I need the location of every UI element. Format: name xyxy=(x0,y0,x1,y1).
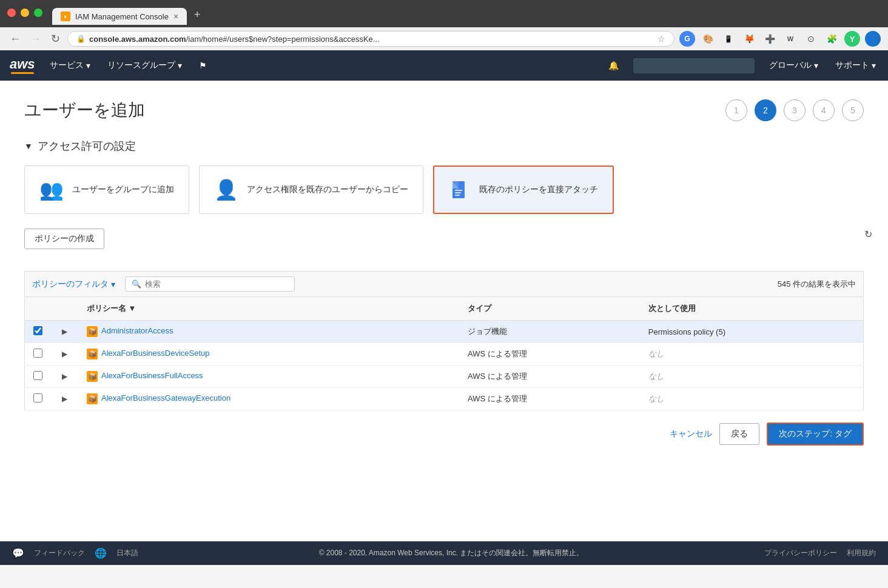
copy-from-user-card[interactable]: 👤 アクセス権限を既存のユーザーからコピー xyxy=(199,165,423,214)
bookmark-icon[interactable]: ☆ xyxy=(658,34,665,44)
section-arrow[interactable]: ▼ xyxy=(24,141,33,151)
policy-name-link[interactable]: AlexaForBusinessFullAccess xyxy=(101,371,203,380)
row-checkbox-cell[interactable] xyxy=(25,366,52,388)
table-row: ▶📦AlexaForBusinessDeviceSetupAWS による管理なし xyxy=(25,343,864,366)
svg-rect-6 xyxy=(455,190,462,191)
resources-menu[interactable]: リソースグループ ▾ xyxy=(105,60,184,71)
tab-title: IAM Management Console xyxy=(75,12,169,21)
traffic-light-yellow[interactable] xyxy=(21,8,29,17)
row-expand-cell[interactable]: ▶ xyxy=(51,343,78,366)
profile-icon[interactable]: 👤 xyxy=(865,31,881,47)
browser-tab[interactable]: k IAM Management Console × xyxy=(52,8,187,25)
row-type-cell: AWS による管理 xyxy=(459,366,640,388)
filter-search-box[interactable]: 🔍 xyxy=(125,276,295,292)
attach-policy-card[interactable]: 既存のポリシーを直接アタッチ xyxy=(433,165,614,214)
global-chevron: ▾ xyxy=(814,61,818,70)
policy-package-icon: 📦 xyxy=(87,349,98,359)
extensions-icon-5[interactable]: ➕ xyxy=(762,31,778,47)
row-type-cell: ジョブ機能 xyxy=(459,321,640,343)
new-tab-button[interactable]: + xyxy=(188,5,207,25)
row-checkbox[interactable] xyxy=(33,393,42,403)
search-icon: 🔍 xyxy=(132,279,141,289)
row-used-as-cell: Permissions policy (5) xyxy=(640,321,864,343)
expand-button[interactable]: ▶ xyxy=(59,371,70,382)
services-menu[interactable]: サービス ▾ xyxy=(47,60,93,71)
attach-policy-label: 既存のポリシーを直接アタッチ xyxy=(479,184,598,195)
row-checkbox[interactable] xyxy=(33,371,42,380)
step-5: 5 xyxy=(842,99,864,121)
aws-topnav: aws サービス ▾ リソースグループ ▾ ⚑ 🔔 グローバル ▾ サポート ▾ xyxy=(0,50,888,81)
row-checkbox-cell[interactable] xyxy=(25,388,52,410)
terms-link[interactable]: 利用規約 xyxy=(847,548,876,558)
lock-icon: 🔒 xyxy=(76,35,86,43)
aws-logo[interactable]: aws xyxy=(10,58,35,74)
back-button[interactable]: ← xyxy=(7,32,23,47)
support-menu[interactable]: サポート ▾ xyxy=(833,60,878,71)
extensions-icon-8[interactable]: 🧩 xyxy=(824,31,839,47)
policy-name-link[interactable]: AlexaForBusinessDeviceSetup xyxy=(101,349,209,358)
row-checkbox[interactable] xyxy=(33,326,42,335)
privacy-link[interactable]: プライバシーポリシー xyxy=(764,548,837,558)
copyright-text: © 2008 - 2020, Amazon Web Services, Inc.… xyxy=(319,549,584,557)
back-button-footer[interactable]: 戻る xyxy=(719,423,759,445)
address-bar[interactable]: 🔒 console.aws.amazon.com/iam/home#/users… xyxy=(67,31,674,47)
extensions-icon-7[interactable]: ⊙ xyxy=(803,31,819,47)
filter-dropdown[interactable]: ポリシーのフィルタ ▾ xyxy=(32,279,115,290)
tab-close-button[interactable]: × xyxy=(173,12,178,21)
policy-name-link[interactable]: AdministratorAccess xyxy=(101,326,173,335)
extensions-icon-4[interactable]: 🦊 xyxy=(741,31,757,47)
traffic-light-red[interactable] xyxy=(7,8,16,17)
row-checkbox-cell[interactable] xyxy=(25,321,52,343)
add-to-group-card[interactable]: 👥 ユーザーをグループに追加 xyxy=(24,165,189,214)
refresh-button[interactable]: ↻ xyxy=(49,31,62,47)
copy-from-user-label: アクセス権限を既存のユーザーからコピー xyxy=(247,184,408,195)
bell-icon[interactable]: 🔔 xyxy=(606,61,621,70)
user-copy-icon: 👤 xyxy=(214,178,238,201)
expand-button[interactable]: ▶ xyxy=(59,326,70,337)
col-checkbox xyxy=(25,297,52,321)
extensions-icon-1[interactable]: G xyxy=(679,31,695,47)
search-input[interactable] xyxy=(145,279,288,289)
add-to-group-label: ユーザーをグループに追加 xyxy=(72,184,174,195)
extensions-icon-2[interactable]: 🎨 xyxy=(700,31,716,47)
policy-package-icon: 📦 xyxy=(87,371,98,382)
col-policy-name[interactable]: ポリシー名 ▼ xyxy=(78,297,459,321)
user-avatar[interactable]: Y xyxy=(844,31,860,47)
table-row: ▶📦AdministratorAccessジョブ機能Permissions po… xyxy=(25,321,864,343)
svg-rect-7 xyxy=(455,192,461,193)
bookmarks-icon[interactable]: ⚑ xyxy=(197,61,209,70)
refresh-icon[interactable]: ↻ xyxy=(864,229,872,240)
row-used-as-cell: なし xyxy=(640,343,864,366)
expand-button[interactable]: ▶ xyxy=(59,349,70,359)
svg-rect-8 xyxy=(455,195,460,196)
page-title: ユーザーを追加 xyxy=(24,99,145,122)
aws-search-input[interactable] xyxy=(633,58,755,73)
language-icon: 🌐 xyxy=(95,547,107,559)
policy-name-link[interactable]: AlexaForBusinessGatewayExecution xyxy=(101,393,230,403)
language-link[interactable]: 日本語 xyxy=(116,548,138,558)
extensions-icon-6[interactable]: W xyxy=(782,31,798,47)
row-checkbox[interactable] xyxy=(33,349,42,358)
policy-table: ポリシー名 ▼ タイプ 次として使用 ▶📦AdministratorAccess… xyxy=(24,296,864,410)
row-checkbox-cell[interactable] xyxy=(25,343,52,366)
main-content: ユーザーを追加 1 2 3 4 5 ▼ アクセス許可の設定 👥 xyxy=(0,81,888,541)
tab-favicon: k xyxy=(61,12,70,21)
forward-button[interactable]: → xyxy=(28,32,44,47)
extensions-icon-3[interactable]: 📱 xyxy=(721,31,736,47)
policy-doc-icon xyxy=(449,179,471,201)
row-expand-cell[interactable]: ▶ xyxy=(51,321,78,343)
traffic-light-green[interactable] xyxy=(34,8,42,17)
row-policy-name-cell: 📦AdministratorAccess xyxy=(78,321,459,343)
policy-package-icon: 📦 xyxy=(87,393,98,404)
feedback-link[interactable]: フィードバック xyxy=(34,548,85,558)
row-expand-cell[interactable]: ▶ xyxy=(51,366,78,388)
global-menu[interactable]: グローバル ▾ xyxy=(767,60,821,71)
url-text: console.aws.amazon.com/iam/home#/users$n… xyxy=(89,35,654,44)
resources-chevron: ▾ xyxy=(178,61,182,70)
next-button[interactable]: 次のステップ: タグ xyxy=(767,423,864,446)
create-policy-button[interactable]: ポリシーの作成 xyxy=(24,229,104,249)
expand-button[interactable]: ▶ xyxy=(59,393,70,404)
cancel-button[interactable]: キャンセル xyxy=(670,429,712,439)
row-expand-cell[interactable]: ▶ xyxy=(51,388,78,410)
row-used-as-cell: なし xyxy=(640,388,864,410)
